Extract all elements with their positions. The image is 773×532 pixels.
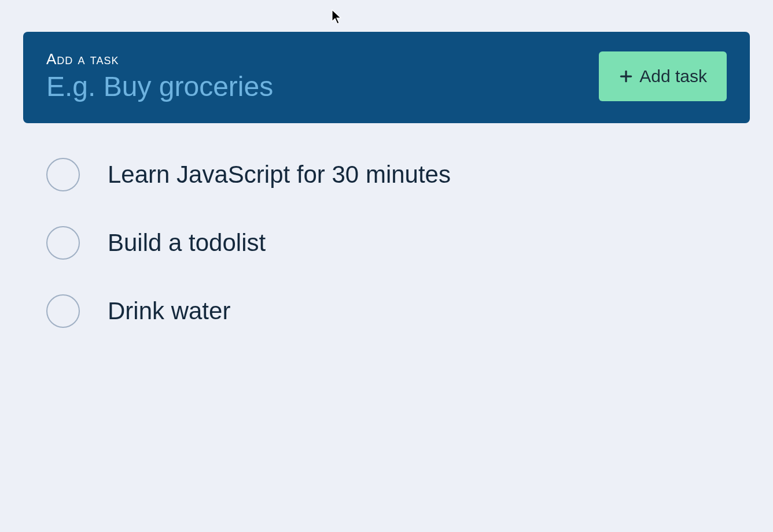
add-task-button-label: Add task xyxy=(639,66,707,86)
task-checkbox[interactable] xyxy=(46,158,80,191)
add-task-label: Add a task xyxy=(46,50,599,68)
task-text: Learn JavaScript for 30 minutes xyxy=(108,161,451,189)
add-task-left: Add a task xyxy=(46,50,599,102)
task-list: Learn JavaScript for 30 minutes Build a … xyxy=(23,123,750,328)
add-task-panel: Add a task Add task xyxy=(23,32,750,123)
task-item: Drink water xyxy=(46,294,727,328)
task-checkbox[interactable] xyxy=(46,294,80,328)
add-task-button[interactable]: Add task xyxy=(599,51,727,101)
plus-icon xyxy=(619,69,634,84)
task-item: Learn JavaScript for 30 minutes xyxy=(46,158,727,191)
cursor-icon xyxy=(332,9,343,28)
task-text: Drink water xyxy=(108,297,230,325)
add-task-input[interactable] xyxy=(46,71,599,102)
task-item: Build a todolist xyxy=(46,226,727,260)
task-text: Build a todolist xyxy=(108,229,266,257)
task-checkbox[interactable] xyxy=(46,226,80,260)
